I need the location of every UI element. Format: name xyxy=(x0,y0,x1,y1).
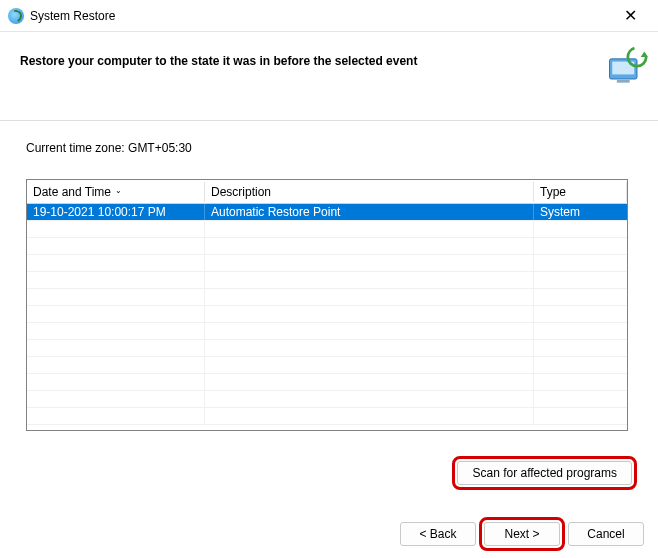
table-row-empty xyxy=(27,289,627,306)
column-date-time-label: Date and Time xyxy=(33,185,111,199)
page-heading: Restore your computer to the state it wa… xyxy=(20,46,592,68)
column-type-label: Type xyxy=(540,185,566,199)
window-title: System Restore xyxy=(30,9,610,23)
column-date-time[interactable]: Date and Time ⌄ xyxy=(27,182,205,202)
next-button[interactable]: Next > xyxy=(484,522,560,546)
column-description[interactable]: Description xyxy=(205,182,534,202)
scan-row: Scan for affected programs xyxy=(26,461,632,485)
svg-marker-4 xyxy=(641,52,648,58)
table-row-empty xyxy=(27,340,627,357)
table-row-empty xyxy=(27,238,627,255)
table-row-empty xyxy=(27,221,627,238)
back-button[interactable]: < Back xyxy=(400,522,476,546)
scan-affected-programs-button[interactable]: Scan for affected programs xyxy=(457,461,632,485)
svg-rect-2 xyxy=(617,80,630,83)
sort-descending-icon: ⌄ xyxy=(115,187,122,195)
cancel-button[interactable]: Cancel xyxy=(568,522,644,546)
table-row-empty xyxy=(27,391,627,408)
cell-date-time: 19-10-2021 10:00:17 PM xyxy=(27,204,205,220)
cell-type: System xyxy=(534,204,627,220)
restore-hero-icon xyxy=(604,46,648,90)
table-body: 19-10-2021 10:00:17 PM Automatic Restore… xyxy=(27,204,627,430)
table-header: Date and Time ⌄ Description Type xyxy=(27,180,627,204)
table-row-empty xyxy=(27,323,627,340)
table-row[interactable]: 19-10-2021 10:00:17 PM Automatic Restore… xyxy=(27,204,627,221)
cell-description: Automatic Restore Point xyxy=(205,204,534,220)
close-icon[interactable]: ✕ xyxy=(610,6,650,25)
table-row-empty xyxy=(27,255,627,272)
table-row-empty xyxy=(27,272,627,289)
system-restore-icon xyxy=(8,8,24,24)
wizard-footer: < Back Next > Cancel xyxy=(400,522,644,546)
wizard-content: Current time zone: GMT+05:30 Date and Ti… xyxy=(0,120,658,495)
column-type[interactable]: Type xyxy=(534,182,627,202)
table-row-empty xyxy=(27,306,627,323)
restore-points-table[interactable]: Date and Time ⌄ Description Type 19-10-2… xyxy=(26,179,628,431)
table-row-empty xyxy=(27,357,627,374)
wizard-header: Restore your computer to the state it wa… xyxy=(0,32,658,120)
timezone-label: Current time zone: GMT+05:30 xyxy=(26,141,632,155)
table-row-empty xyxy=(27,374,627,391)
column-description-label: Description xyxy=(211,185,271,199)
table-row-empty xyxy=(27,408,627,425)
titlebar: System Restore ✕ xyxy=(0,0,658,32)
